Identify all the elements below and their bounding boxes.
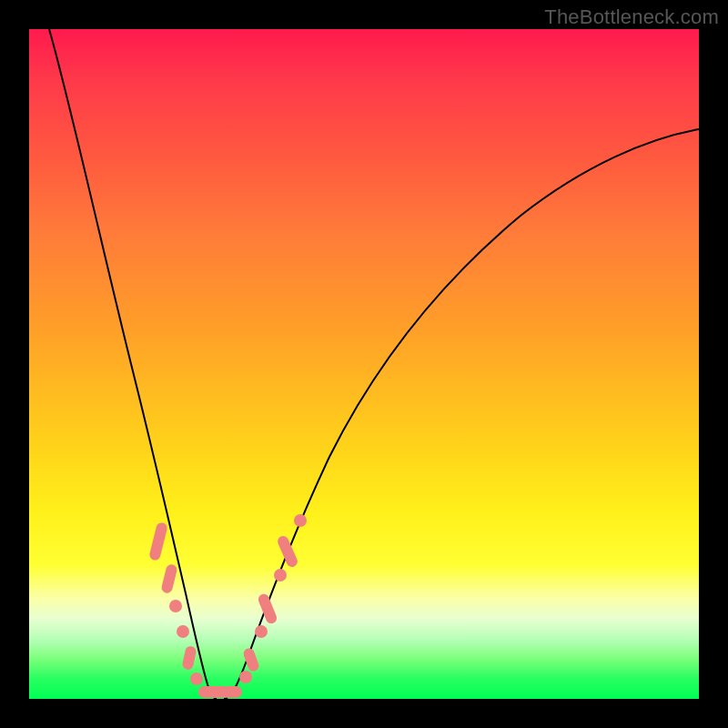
marker-capsule [222,686,242,698]
marker-capsule [160,563,177,594]
marker-dot [294,514,307,527]
marker-group [148,514,307,698]
marker-capsule [148,521,168,561]
marker-capsule [276,534,299,569]
marker-dot [239,671,252,683]
watermark-text: TheBottleneck.com [544,5,719,29]
plot-area [29,29,699,699]
chart-frame: TheBottleneck.com [0,0,728,728]
curve-left-branch [49,29,217,699]
marker-capsule [257,592,278,625]
marker-capsule [181,645,197,671]
chart-svg [29,29,699,699]
marker-dot [177,625,189,638]
marker-dot [169,600,182,612]
marker-dot [190,672,203,685]
curve-right-branch [224,129,699,699]
marker-dot [274,569,287,581]
marker-dot [255,625,268,638]
marker-capsule [242,647,260,673]
